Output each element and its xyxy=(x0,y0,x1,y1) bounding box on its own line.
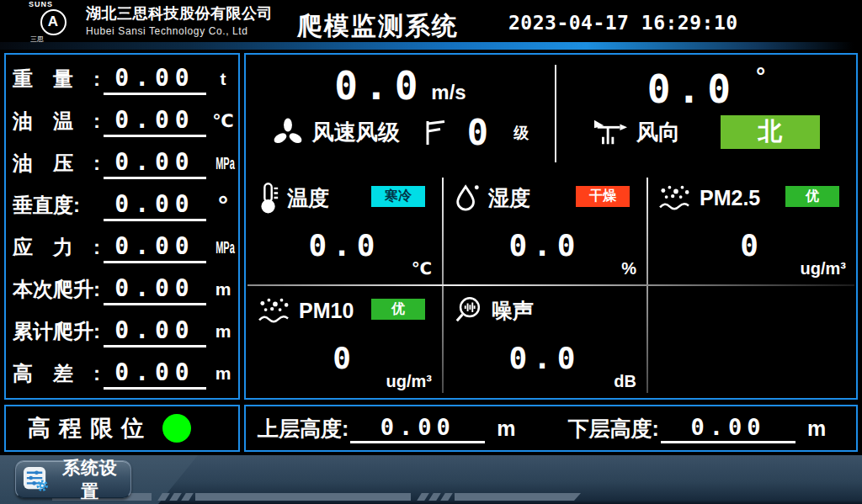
metric-unit: ℃ xyxy=(210,111,237,131)
metric-row-total-climb: 累计爬升: 0.00 m xyxy=(13,310,237,353)
elevation-limit-status-lamp xyxy=(162,414,191,443)
wind-level-unit: 级 xyxy=(513,123,529,143)
sensor-value: 0.0 xyxy=(454,228,636,263)
settings-label: 系统设置 xyxy=(56,456,124,503)
sensor-label: 湿度 xyxy=(488,184,530,212)
sensor-value: 0 xyxy=(658,228,846,263)
metric-label: 应 力 : xyxy=(13,234,104,261)
metric-row-current-climb: 本次爬升: 0.00 m xyxy=(13,268,237,310)
wind-speed-block: 0.0m/s 风速风级 xyxy=(246,55,555,172)
metric-row-stress: 应 力 : 0.00 MPa xyxy=(13,226,237,268)
metric-row-weight: 重 量 : 0.00 t xyxy=(13,58,237,100)
lower-height-label: 下层高度: xyxy=(568,415,659,443)
stripe-slash xyxy=(417,493,429,501)
noise-meter-icon xyxy=(454,295,484,326)
sensor-cell-humidity: 湿度 干燥 0.0 % xyxy=(442,172,646,285)
wind-direction-value: 0.0 xyxy=(647,66,737,112)
metric-value: 0.00 xyxy=(104,64,206,95)
metric-unit: m xyxy=(210,279,237,300)
stripe-slash xyxy=(428,493,441,501)
sensor-label: 温度 xyxy=(287,184,329,212)
header-divider xyxy=(0,42,862,50)
metric-value: 0.00 xyxy=(104,232,206,263)
water-drop-icon xyxy=(454,183,481,213)
sensor-cell-pm25: PM2.5 优 0 ug/m³ xyxy=(646,172,856,285)
sensor-label: 噪声 xyxy=(492,297,534,325)
metric-unit: m xyxy=(210,321,237,342)
status-badge: 优 xyxy=(785,186,839,207)
sensor-unit: ug/m³ xyxy=(386,372,432,391)
sensor-label: PM10 xyxy=(299,299,354,323)
sensor-cell-pm10: PM10 优 0 ug/m³ xyxy=(246,285,442,398)
metric-unit: t xyxy=(210,69,237,89)
wind-section: 0.0m/s 风速风级 xyxy=(246,55,856,172)
elevation-limit-panel: 高程限位 xyxy=(4,405,240,452)
logo-circle-icon: A xyxy=(40,9,67,35)
company-name-en: Hubei Sansi Technology Co., Ltd xyxy=(86,25,273,38)
metric-unit: MPa xyxy=(216,238,231,257)
upper-height-unit: m xyxy=(497,416,515,441)
company-name-cn: 湖北三思科技股份有限公司 xyxy=(86,4,273,24)
page-title: 爬模监测系统 xyxy=(297,9,459,44)
wind-speed-label: 风速风级 xyxy=(312,118,400,147)
metric-unit: m xyxy=(210,363,237,384)
stripe-segment xyxy=(195,493,411,501)
datetime: 2023-04-17 16:29:10 xyxy=(508,12,738,34)
system-settings-button[interactable]: 系统设置 xyxy=(15,460,131,498)
metric-row-height-diff: 高 差 : 0.00 m xyxy=(13,353,237,395)
metric-label: 油 压 : xyxy=(13,150,104,177)
elevation-limit-label: 高程限位 xyxy=(28,413,152,443)
settings-sliders-gear-icon xyxy=(23,466,49,492)
upper-height-value: 0.00 xyxy=(350,414,485,443)
wind-vane-icon xyxy=(593,117,628,147)
status-badge: 优 xyxy=(371,299,425,320)
metric-value: 0.00 xyxy=(104,190,206,221)
metric-unit: ° xyxy=(210,199,237,211)
wind-direction-unit: ° xyxy=(756,63,765,89)
lower-height-value: 0.00 xyxy=(661,414,795,443)
lower-height-group: 下层高度: 0.00 m xyxy=(568,414,827,443)
wind-speed-value: 0.0 xyxy=(334,63,424,109)
metric-value: 0.00 xyxy=(104,106,206,137)
metric-value: 0.00 xyxy=(104,274,206,305)
metric-label: 累计爬升: xyxy=(13,318,104,345)
lower-height-unit: m xyxy=(807,416,826,441)
sensor-value: 0 xyxy=(258,341,432,375)
sensor-unit: % xyxy=(621,259,636,279)
stripe-slash xyxy=(181,493,194,501)
metric-value: 0.00 xyxy=(104,316,206,347)
sensor-unit: ug/m³ xyxy=(801,259,846,279)
metric-label: 本次爬升: xyxy=(13,276,104,303)
particles-icon xyxy=(258,296,291,325)
environment-panel: 0.0m/s 风速风级 xyxy=(244,53,858,400)
particles-icon xyxy=(658,183,692,212)
metrics-panel: 重 量 : 0.00 t 油 温 : 0.00 ℃ 油 压 : 0.00 MPa… xyxy=(4,53,240,400)
stripe-segment xyxy=(455,493,581,501)
sensor-cell-temperature: 温度 寒冷 0.0 ℃ xyxy=(246,172,442,285)
taskbar-decoration xyxy=(52,493,584,501)
sensor-value: 0.0 xyxy=(454,341,636,375)
wind-level-value: 0 xyxy=(467,112,488,153)
metric-label: 油 温 : xyxy=(13,108,104,135)
metric-unit: MPa xyxy=(216,154,231,173)
wind-speed-unit: m/s xyxy=(431,81,466,103)
thermometer-icon xyxy=(258,181,279,215)
stripe-slash xyxy=(157,493,170,501)
metric-label: 垂直度: xyxy=(13,192,104,219)
sensor-label: PM2.5 xyxy=(700,186,760,210)
logo-suns-text: SUNS xyxy=(24,1,82,8)
sensor-cell-empty xyxy=(646,285,856,398)
status-badge: 寒冷 xyxy=(371,186,425,207)
header: SUNS A 三思 湖北三思科技股份有限公司 Hubei Sansi Techn… xyxy=(0,0,862,42)
company-logo: SUNS A 三思 xyxy=(24,1,82,41)
metric-label: 重 量 : xyxy=(13,66,104,93)
stripe-slash xyxy=(440,493,453,501)
upper-height-group: 上层高度: 0.00 m xyxy=(258,414,516,443)
wind-direction-block: 0.0° 风向 北 xyxy=(556,55,856,172)
metric-label: 高 差 : xyxy=(13,360,104,387)
wind-direction-reading-button[interactable]: 北 xyxy=(721,115,820,149)
sensor-value: 0.0 xyxy=(258,228,432,263)
sensor-grid: 温度 寒冷 0.0 ℃ 湿度 干燥 0.0 xyxy=(246,172,856,398)
wind-level-flag-icon xyxy=(423,119,447,146)
stripe-slash xyxy=(169,493,182,501)
